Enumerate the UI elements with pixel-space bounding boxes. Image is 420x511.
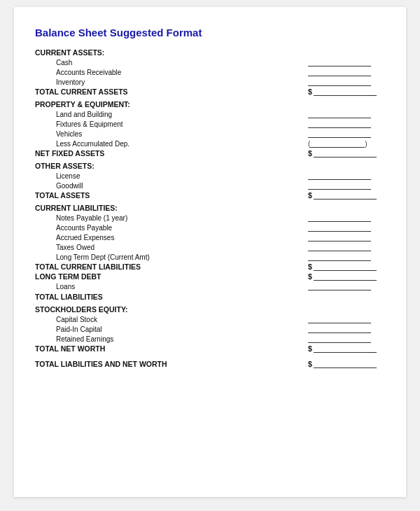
total-current-assets-label: TOTAL CURRENT ASSETS [35, 88, 128, 96]
total-liabilities-label: TOTAL LIABILITIES [35, 293, 385, 301]
inventory-row: Inventory [35, 78, 385, 86]
vehicles-field [308, 130, 385, 138]
cash-field [308, 58, 385, 66]
dollar-sign-5: $ [308, 272, 312, 281]
net-fixed-assets-field: $ [308, 149, 385, 158]
goodwill-field [308, 181, 385, 190]
accounts-receivable-label: Accounts Receivable [56, 69, 168, 76]
total-current-liabilities-row: TOTAL CURRENT LIABILITIES $ [35, 262, 385, 271]
dollar-sign-7: $ [308, 360, 312, 368]
capital-stock-row: Capital Stock [35, 315, 385, 323]
total-current-liabilities-label: TOTAL CURRENT LIABILITIES [35, 262, 141, 271]
land-building-input[interactable] [308, 110, 371, 118]
goodwill-label: Goodwill [56, 182, 168, 190]
license-input[interactable] [308, 172, 371, 180]
total-current-liabilities-field: $ [308, 262, 385, 271]
land-building-field [308, 110, 385, 118]
inventory-field [308, 78, 385, 86]
fixtures-equipment-input[interactable] [308, 120, 371, 128]
goodwill-row: Goodwill [35, 181, 385, 190]
inventory-input[interactable] [308, 78, 371, 86]
long-term-dept-current-row: Long Term Dept (Current Amt) [35, 253, 385, 261]
less-accum-dep-field: ( ) [308, 139, 385, 148]
long-term-debt-row: LONG TERM DEBT $ [35, 272, 385, 281]
retained-earnings-field [308, 335, 385, 343]
total-net-worth-input[interactable] [314, 344, 377, 353]
total-net-worth-label: TOTAL NET WORTH [35, 344, 105, 353]
accrued-expenses-input[interactable] [308, 233, 371, 241]
dollar-sign-2: $ [308, 149, 312, 158]
goodwill-input[interactable] [308, 181, 371, 190]
accrued-expenses-field [308, 233, 385, 241]
accounts-payable-row: Accounts Payable [35, 223, 385, 232]
other-assets-header: OTHER ASSETS: [35, 162, 385, 170]
long-term-debt-input[interactable] [314, 272, 377, 281]
total-liabilities-net-worth-label: TOTAL LIABILITIES AND NET WORTH [35, 360, 167, 368]
current-assets-header: CURRENT ASSETS: [35, 48, 385, 57]
long-term-dept-current-input[interactable] [308, 253, 371, 261]
license-row: License [35, 172, 385, 180]
accounts-receivable-field [308, 68, 385, 76]
license-field [308, 172, 385, 180]
dollar-sign-3: $ [308, 191, 312, 200]
loans-input[interactable] [308, 282, 371, 290]
accounts-receivable-row: Accounts Receivable [35, 68, 385, 76]
long-term-debt-field: $ [308, 272, 385, 281]
total-liabilities-net-worth-field: $ [308, 360, 385, 368]
accounts-receivable-input[interactable] [308, 68, 371, 76]
capital-stock-input[interactable] [308, 315, 371, 323]
dollar-sign-4: $ [308, 262, 312, 271]
vehicles-label: Vehicles [56, 130, 168, 138]
retained-earnings-label: Retained Earnings [56, 335, 168, 343]
paid-in-capital-row: Paid-In Capital [35, 325, 385, 333]
total-assets-row: TOTAL ASSETS $ [35, 191, 385, 200]
notes-payable-row: Notes Payable (1 year) [35, 214, 385, 222]
cash-row: Cash [35, 58, 385, 66]
vehicles-input[interactable] [308, 130, 371, 138]
fixtures-equipment-field [308, 120, 385, 128]
total-assets-field: $ [308, 191, 385, 200]
notes-payable-input[interactable] [308, 214, 371, 222]
net-fixed-assets-input[interactable] [314, 149, 377, 158]
total-current-liabilities-input[interactable] [314, 262, 377, 271]
cash-input[interactable] [308, 58, 371, 66]
taxes-owed-label: Taxes Owed [56, 244, 168, 251]
less-accum-dep-label: Less Accumulated Dep. [56, 140, 168, 148]
net-fixed-assets-row: NET FIXED ASSETS $ [35, 149, 385, 158]
accrued-expenses-row: Accrued Expenses [35, 233, 385, 241]
taxes-owed-field [308, 243, 385, 251]
accounts-payable-label: Accounts Payable [56, 224, 168, 232]
long-term-dept-current-label: Long Term Dept (Current Amt) [56, 253, 168, 261]
paren-field: ( ) [308, 139, 368, 148]
capital-stock-field [308, 315, 385, 323]
taxes-owed-input[interactable] [308, 243, 371, 251]
land-building-row: Land and Building [35, 110, 385, 118]
net-fixed-assets-label: NET FIXED ASSETS [35, 149, 104, 158]
total-assets-input[interactable] [314, 191, 377, 200]
dollar-sign-1: $ [308, 88, 312, 96]
balance-sheet-page: Balance Sheet Suggested Format CURRENT A… [14, 7, 406, 497]
loans-field [308, 282, 385, 290]
notes-payable-field [308, 214, 385, 222]
long-term-debt-label: LONG TERM DEBT [35, 272, 102, 281]
total-assets-label: TOTAL ASSETS [35, 191, 90, 200]
total-net-worth-row: TOTAL NET WORTH $ [35, 344, 385, 353]
notes-payable-label: Notes Payable (1 year) [56, 214, 168, 222]
total-current-assets-row: TOTAL CURRENT ASSETS $ [35, 88, 385, 96]
dollar-sign-6: $ [308, 344, 312, 353]
accounts-payable-input[interactable] [308, 223, 371, 232]
taxes-owed-row: Taxes Owed [35, 243, 385, 251]
less-accum-dep-input[interactable] [310, 139, 365, 148]
accounts-payable-field [308, 223, 385, 232]
retained-earnings-input[interactable] [308, 335, 371, 343]
long-term-dept-current-field [308, 253, 385, 261]
total-liabilities-net-worth-input[interactable] [314, 360, 377, 368]
paid-in-capital-input[interactable] [308, 325, 371, 333]
inventory-label: Inventory [56, 78, 168, 86]
total-current-assets-input[interactable] [314, 88, 377, 96]
total-net-worth-field: $ [308, 344, 385, 353]
total-current-assets-field: $ [308, 88, 385, 96]
license-label: License [56, 172, 168, 180]
loans-row: Loans [35, 282, 385, 290]
total-liabilities-net-worth-row: TOTAL LIABILITIES AND NET WORTH $ [35, 360, 385, 368]
